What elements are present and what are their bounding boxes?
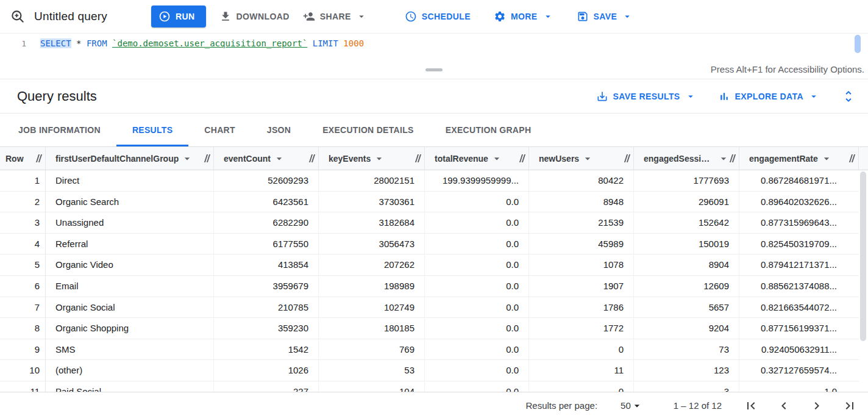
sort-dropdown-icon[interactable] bbox=[491, 153, 503, 165]
table-cell: 12609 bbox=[634, 276, 739, 297]
table-cell: 1772 bbox=[529, 318, 634, 339]
column-resize-handle[interactable] bbox=[730, 154, 736, 162]
table-cell: 0 bbox=[529, 339, 634, 361]
table-cell: 123 bbox=[634, 360, 739, 381]
table-cell: 3730361 bbox=[319, 192, 425, 213]
chevron-left-icon bbox=[777, 398, 791, 413]
table-cell: 1026 bbox=[214, 360, 319, 381]
table-cell: SMS bbox=[46, 339, 214, 361]
column-header-newUsers[interactable]: newUsers bbox=[529, 147, 634, 170]
table-cell: 9204 bbox=[634, 318, 739, 339]
sort-dropdown-icon[interactable] bbox=[820, 153, 833, 165]
page-size-select[interactable]: 50 bbox=[621, 400, 643, 412]
first-page-button[interactable] bbox=[744, 398, 758, 413]
page-size-value: 50 bbox=[621, 400, 631, 411]
sql-keyword-select: SELECT bbox=[40, 38, 71, 48]
sort-dropdown-icon[interactable] bbox=[273, 153, 285, 165]
tab-chart[interactable]: CHART bbox=[188, 114, 251, 146]
row-number-cell: 3 bbox=[0, 212, 46, 234]
sql-table-reference[interactable]: `demo.demoset.user_acquisition_report` bbox=[112, 38, 307, 48]
table-cell: 0.0 bbox=[425, 276, 529, 297]
table-cell: 8904 bbox=[634, 254, 739, 276]
row-number-cell: 8 bbox=[0, 318, 46, 339]
table-cell: 0.877156199371... bbox=[739, 318, 859, 339]
tab-results[interactable]: RESULTS bbox=[116, 114, 188, 146]
column-resize-handle[interactable] bbox=[36, 154, 42, 162]
sql-editor[interactable]: 1 SELECT * FROM `demo.demoset.user_acqui… bbox=[0, 34, 868, 61]
sort-dropdown-icon[interactable] bbox=[717, 153, 730, 165]
table-cell: 210785 bbox=[214, 297, 319, 319]
table-cell: 0.0 bbox=[425, 381, 529, 392]
column-resize-handle[interactable] bbox=[309, 154, 315, 162]
tab-execution-graph[interactable]: EXECUTION GRAPH bbox=[430, 114, 547, 146]
schedule-button[interactable]: SCHEDULE bbox=[399, 5, 477, 27]
table-cell: Referral bbox=[46, 234, 214, 255]
chevron-down-icon bbox=[542, 11, 553, 22]
download-icon bbox=[219, 10, 232, 23]
table-row: 2Organic Search642356137303610.089482960… bbox=[0, 192, 868, 213]
column-header-Row[interactable]: Row bbox=[0, 147, 46, 170]
column-resize-handle[interactable] bbox=[204, 154, 210, 162]
column-resize-handle[interactable] bbox=[624, 154, 630, 162]
column-resize-handle[interactable] bbox=[849, 154, 855, 162]
editor-scrollbar-thumb[interactable] bbox=[855, 35, 861, 53]
table-cell: 11 bbox=[529, 360, 634, 381]
column-header-eventCount[interactable]: eventCount bbox=[214, 147, 319, 170]
column-header-keyEvents[interactable]: keyEvents bbox=[319, 147, 425, 170]
splitter-drag-handle[interactable] bbox=[425, 68, 443, 71]
table-cell: 0.0 bbox=[425, 254, 529, 276]
column-header-engagementRate[interactable]: engagementRate bbox=[739, 147, 859, 170]
sql-code-line[interactable]: SELECT * FROM `demo.demoset.user_acquisi… bbox=[34, 34, 364, 61]
table-cell: 0.885621374088... bbox=[739, 276, 859, 297]
next-page-button[interactable] bbox=[809, 398, 824, 413]
column-header-totalRevenue[interactable]: totalRevenue bbox=[425, 147, 529, 170]
schedule-button-label: SCHEDULE bbox=[422, 12, 471, 21]
table-cell: 3959679 bbox=[214, 276, 319, 297]
share-button[interactable]: SHARE bbox=[297, 5, 373, 27]
run-button[interactable]: RUN bbox=[151, 5, 206, 27]
table-cell: 0.825450319709... bbox=[739, 234, 859, 255]
sort-dropdown-icon[interactable] bbox=[582, 153, 594, 165]
column-header-label: eventCount bbox=[224, 154, 271, 164]
tab-execution-details[interactable]: EXECUTION DETAILS bbox=[307, 114, 430, 146]
query-title: Untitled query bbox=[34, 10, 107, 23]
column-header-label: keyEvents bbox=[329, 154, 371, 164]
column-resize-handle[interactable] bbox=[519, 154, 525, 162]
expand-results-button[interactable] bbox=[841, 89, 856, 104]
table-cell: 413854 bbox=[214, 254, 319, 276]
sort-dropdown-icon[interactable] bbox=[373, 153, 385, 165]
table-cell: 0.879412171371... bbox=[739, 254, 859, 276]
column-resize-handle[interactable] bbox=[415, 154, 421, 162]
table-cell: 199.9399959999... bbox=[425, 170, 529, 192]
accessibility-hint: Press Alt+F1 for Accessibility Options. bbox=[711, 61, 864, 78]
chevron-right-icon bbox=[809, 398, 824, 413]
last-page-button[interactable] bbox=[842, 398, 857, 413]
gear-icon bbox=[494, 10, 506, 23]
table-cell: 1777693 bbox=[634, 170, 739, 192]
tab-job-information[interactable]: JOB INFORMATION bbox=[2, 114, 116, 146]
chevron-down-icon bbox=[631, 400, 643, 412]
table-cell: 5657 bbox=[634, 297, 739, 319]
table-cell: Paid Social bbox=[46, 381, 214, 392]
previous-page-button[interactable] bbox=[777, 398, 791, 413]
download-button[interactable]: DOWNLOAD bbox=[213, 5, 296, 27]
table-scrollbar-thumb[interactable] bbox=[860, 171, 866, 341]
save-results-label: SAVE RESULTS bbox=[613, 92, 680, 101]
save-results-button[interactable]: SAVE RESULTS bbox=[596, 85, 696, 107]
sort-dropdown-icon[interactable] bbox=[181, 153, 193, 165]
table-cell: Organic Shopping bbox=[46, 318, 214, 339]
person-add-icon bbox=[303, 10, 315, 23]
save-button[interactable]: SAVE bbox=[571, 5, 639, 27]
explore-data-button[interactable]: EXPLORE DATA bbox=[718, 85, 819, 107]
more-button[interactable]: MORE bbox=[488, 5, 560, 27]
panel-splitter: Press Alt+F1 for Accessibility Options. bbox=[0, 61, 868, 79]
column-header-firstUserDefaultChannelGroup[interactable]: firstUserDefaultChannelGroup bbox=[46, 147, 214, 170]
chevron-down-icon bbox=[808, 91, 819, 102]
table-row: 9SMS15427690.00730.924050632911... bbox=[0, 339, 868, 361]
more-button-label: MORE bbox=[511, 12, 538, 21]
table-row: 3Unassigned628229031826840.0215391526420… bbox=[0, 212, 868, 234]
row-number-cell: 2 bbox=[0, 192, 46, 213]
tab-json[interactable]: JSON bbox=[251, 114, 307, 146]
table-cell: 769 bbox=[319, 339, 425, 361]
column-header-engagedSessions[interactable]: engagedSessions bbox=[634, 147, 739, 170]
